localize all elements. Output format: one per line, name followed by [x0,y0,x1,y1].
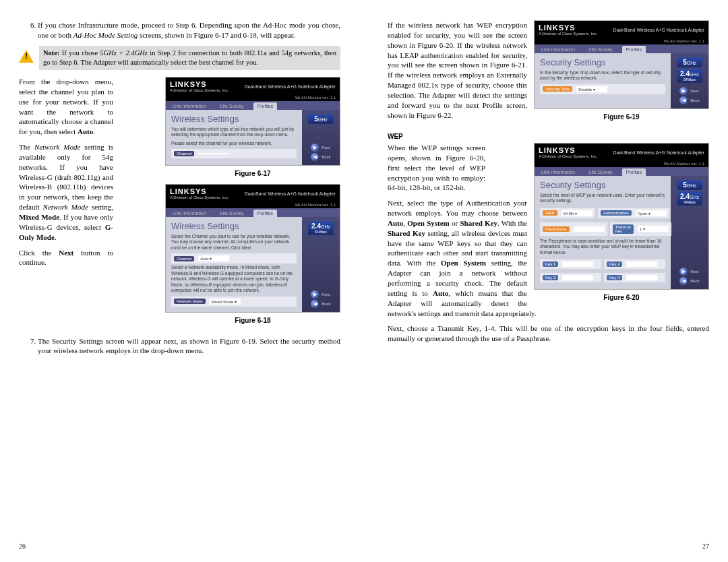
network-mode-label: Network Mode [174,299,206,304]
back-button[interactable]: ◀Back [311,153,330,161]
figure-6-19-caption: Figure 6-19 [534,113,709,121]
tabs: Link Information Site Survey Profiles [166,101,340,110]
back-button[interactable]: ◀Back [679,96,699,104]
key4-input[interactable] [626,275,657,280]
p-click-next: Click the Next button to continue. [19,248,113,268]
panel-title: Wireless Settings [171,114,297,124]
figure-6-17-screenshot: LINKSYS A Division of Cisco Systems, Inc… [165,77,340,166]
step-6: If you chose Infrastructure mode, procee… [38,20,340,40]
auth-dropdown[interactable]: Open ▾ [636,210,667,216]
p-transmit-key: Next, choose a Transmit Key, 1-4. This w… [388,323,709,344]
page-number: 26 [19,542,26,550]
figure-6-20-wrap: LINKSYS A Division of Cisco Systems, Inc… [534,143,709,308]
channel-dropdown[interactable] [198,153,229,154]
right-text-col: When the WEP settings screen opens, show… [388,143,485,198]
tab-link-info[interactable]: Link Information [169,102,210,110]
step-list: If you chose Infrastructure mode, procee… [19,20,340,40]
figure-stack: LINKSYS A Division of Cisco Systems, Inc… [165,77,340,331]
content-wrap: LINKSYS A Division of Cisco Systems, Inc… [19,77,340,331]
passphrase-input[interactable] [574,226,605,232]
channel-label: Channel [174,256,194,261]
figure-6-20-caption: Figure 6-20 [534,294,709,301]
step-list-cont: The Security Settings screen will appear… [19,336,340,356]
figure-6-18-caption: Figure 6-18 [165,317,340,324]
back-button[interactable]: ◀Back [679,277,699,285]
figure-6-19-wrap: LINKSYS A Division of Cisco Systems, Inc… [534,20,709,127]
page-26: If you chose Infrastructure mode, procee… [0,0,364,562]
back-button[interactable]: ◀Back [311,300,330,308]
note-box: Note: If you chose 5GHz + 2.4GHz in Step… [39,46,340,70]
figure-6-18-screenshot: LINKSYS A Division of Cisco Systems, Inc… [165,184,340,313]
figure-6-17-caption: Figure 6-17 [165,170,340,177]
page-27: LINKSYS A Division of Cisco Systems, Inc… [364,0,728,562]
key1-input[interactable] [562,261,593,267]
band-badge-24ghz: 2.4GHz54Mbps [308,221,334,235]
next-button[interactable]: ▶Next [311,290,330,299]
tab-site-survey[interactable]: Site Survey [216,102,248,110]
page-number: 27 [702,542,709,550]
security-type-label: Security Type [543,86,572,92]
next-button[interactable]: ▶Next [679,268,699,276]
linksys-logo: LINKSYS [170,80,229,88]
key2-input[interactable] [626,261,657,267]
tab-profiles[interactable]: Profiles [253,102,277,110]
next-button[interactable]: ▶Next [311,144,330,152]
network-mode-dropdown[interactable]: Mixed Mode ▾ [210,299,241,305]
security-type-dropdown[interactable]: Disable ▾ [576,86,607,92]
wep-dropdown[interactable]: 64-Bit ▾ [562,210,593,216]
warning-icon [19,50,34,63]
band-badge-5ghz: 5GHz [308,114,334,124]
figure-6-20-screenshot: LINKSYS A Division of Cisco Systems, Inc… [534,143,709,290]
key3-input[interactable] [562,275,593,280]
channel-label: Channel [174,151,194,156]
wep-heading: WEP [388,133,709,140]
channel-dropdown[interactable]: Auto ▾ [198,255,229,261]
figure-6-19-screenshot: LINKSYS A Division of Cisco Systems, Inc… [534,20,709,109]
left-text-col: From the drop-down menu, select the chan… [19,77,113,273]
p-channel: From the drop-down menu, select the chan… [19,77,113,137]
transmit-key-dropdown[interactable]: 1 ▾ [638,226,669,232]
p-wep-level: When the WEP settings screen opens, show… [388,143,485,193]
step-7: The Security Settings screen will appear… [38,336,340,356]
next-button[interactable]: ▶Next [679,87,699,95]
p-network-mode: The Network Mode setting is available on… [19,142,113,242]
note-row: Note: If you chose 5GHz + 2.4GHz in Step… [19,46,340,70]
